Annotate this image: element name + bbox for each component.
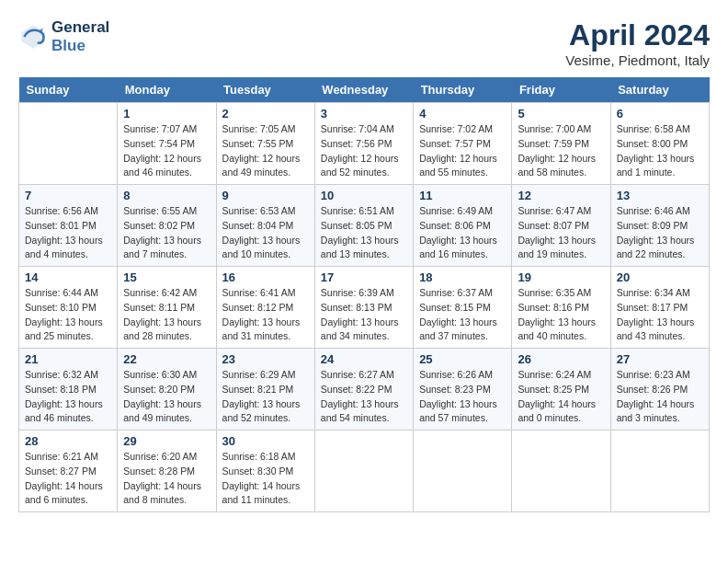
day-info: Sunrise: 6:32 AMSunset: 8:18 PMDaylight:… bbox=[25, 368, 111, 426]
day-cell bbox=[414, 431, 512, 512]
day-number: 2 bbox=[222, 107, 309, 121]
week-row-3: 14Sunrise: 6:44 AMSunset: 8:10 PMDayligh… bbox=[19, 267, 710, 349]
day-cell: 30Sunrise: 6:18 AMSunset: 8:30 PMDayligh… bbox=[216, 431, 314, 512]
day-cell: 5Sunrise: 7:00 AMSunset: 7:59 PMDaylight… bbox=[512, 103, 610, 185]
header-tuesday: Tuesday bbox=[216, 77, 314, 103]
day-cell: 6Sunrise: 6:58 AMSunset: 8:00 PMDaylight… bbox=[610, 103, 709, 185]
day-cell: 3Sunrise: 7:04 AMSunset: 7:56 PMDaylight… bbox=[314, 103, 413, 185]
day-cell: 8Sunrise: 6:55 AMSunset: 8:02 PMDaylight… bbox=[118, 185, 216, 267]
day-number: 23 bbox=[222, 352, 309, 366]
day-info: Sunrise: 6:47 AMSunset: 8:07 PMDaylight:… bbox=[518, 204, 604, 262]
day-info: Sunrise: 6:56 AMSunset: 8:01 PMDaylight:… bbox=[25, 204, 111, 262]
header-thursday: Thursday bbox=[414, 77, 512, 103]
day-info: Sunrise: 6:55 AMSunset: 8:02 PMDaylight:… bbox=[123, 204, 210, 262]
day-cell: 9Sunrise: 6:53 AMSunset: 8:04 PMDaylight… bbox=[216, 185, 314, 267]
day-cell: 18Sunrise: 6:37 AMSunset: 8:15 PMDayligh… bbox=[414, 267, 512, 349]
day-info: Sunrise: 6:37 AMSunset: 8:15 PMDaylight:… bbox=[419, 286, 506, 344]
day-cell: 24Sunrise: 6:27 AMSunset: 8:22 PMDayligh… bbox=[314, 349, 413, 431]
day-number: 16 bbox=[222, 270, 309, 284]
day-info: Sunrise: 6:18 AMSunset: 8:30 PMDaylight:… bbox=[222, 450, 309, 508]
day-info: Sunrise: 6:58 AMSunset: 8:00 PMDaylight:… bbox=[617, 122, 703, 180]
day-info: Sunrise: 6:21 AMSunset: 8:27 PMDaylight:… bbox=[25, 450, 111, 508]
day-number: 12 bbox=[518, 189, 604, 202]
day-number: 20 bbox=[617, 270, 703, 284]
day-number: 28 bbox=[25, 434, 111, 448]
header-wednesday: Wednesday bbox=[314, 77, 413, 103]
day-info: Sunrise: 6:30 AMSunset: 8:20 PMDaylight:… bbox=[123, 368, 210, 426]
day-number: 15 bbox=[123, 270, 210, 284]
day-info: Sunrise: 7:04 AMSunset: 7:56 PMDaylight:… bbox=[321, 122, 407, 180]
week-row-2: 7Sunrise: 6:56 AMSunset: 8:01 PMDaylight… bbox=[19, 185, 710, 267]
day-cell: 20Sunrise: 6:34 AMSunset: 8:17 PMDayligh… bbox=[610, 267, 709, 349]
day-cell: 29Sunrise: 6:20 AMSunset: 8:28 PMDayligh… bbox=[118, 431, 216, 512]
day-cell: 19Sunrise: 6:35 AMSunset: 8:16 PMDayligh… bbox=[512, 267, 610, 349]
week-row-4: 21Sunrise: 6:32 AMSunset: 8:18 PMDayligh… bbox=[19, 349, 710, 431]
day-number: 26 bbox=[518, 352, 604, 366]
day-info: Sunrise: 6:53 AMSunset: 8:04 PMDaylight:… bbox=[222, 204, 309, 262]
day-number: 10 bbox=[321, 189, 407, 202]
day-info: Sunrise: 7:00 AMSunset: 7:59 PMDaylight:… bbox=[518, 122, 604, 180]
logo-text: General Blue bbox=[51, 18, 109, 55]
day-info: Sunrise: 6:51 AMSunset: 8:05 PMDaylight:… bbox=[321, 204, 407, 262]
day-cell bbox=[19, 103, 118, 185]
day-cell: 12Sunrise: 6:47 AMSunset: 8:07 PMDayligh… bbox=[512, 185, 610, 267]
day-number: 13 bbox=[617, 189, 703, 202]
day-info: Sunrise: 6:46 AMSunset: 8:09 PMDaylight:… bbox=[617, 204, 703, 262]
logo-icon bbox=[18, 22, 48, 52]
week-row-5: 28Sunrise: 6:21 AMSunset: 8:27 PMDayligh… bbox=[19, 431, 710, 512]
day-number: 4 bbox=[419, 107, 506, 121]
day-cell: 7Sunrise: 6:56 AMSunset: 8:01 PMDaylight… bbox=[19, 185, 118, 267]
page-header: General Blue April 2024 Vesime, Piedmont… bbox=[18, 18, 710, 68]
day-cell: 22Sunrise: 6:30 AMSunset: 8:20 PMDayligh… bbox=[118, 349, 216, 431]
day-cell: 2Sunrise: 7:05 AMSunset: 7:55 PMDaylight… bbox=[216, 103, 314, 185]
day-cell: 16Sunrise: 6:41 AMSunset: 8:12 PMDayligh… bbox=[216, 267, 314, 349]
day-cell bbox=[314, 431, 413, 512]
day-cell bbox=[512, 431, 610, 512]
day-number: 25 bbox=[419, 352, 506, 366]
day-number: 14 bbox=[25, 270, 111, 284]
day-cell: 28Sunrise: 6:21 AMSunset: 8:27 PMDayligh… bbox=[19, 431, 118, 512]
day-number: 7 bbox=[25, 189, 111, 202]
day-number: 17 bbox=[321, 270, 407, 284]
day-info: Sunrise: 6:41 AMSunset: 8:12 PMDaylight:… bbox=[222, 286, 309, 344]
day-number: 29 bbox=[123, 434, 210, 448]
day-number: 19 bbox=[518, 270, 604, 284]
day-info: Sunrise: 6:49 AMSunset: 8:06 PMDaylight:… bbox=[419, 204, 506, 262]
day-number: 27 bbox=[617, 352, 703, 366]
month-title: April 2024 bbox=[565, 18, 710, 52]
calendar-header-row: SundayMondayTuesdayWednesdayThursdayFrid… bbox=[19, 77, 710, 103]
day-info: Sunrise: 6:34 AMSunset: 8:17 PMDaylight:… bbox=[617, 286, 703, 344]
day-info: Sunrise: 6:23 AMSunset: 8:26 PMDaylight:… bbox=[617, 368, 703, 426]
day-number: 24 bbox=[321, 352, 407, 366]
day-info: Sunrise: 7:05 AMSunset: 7:55 PMDaylight:… bbox=[222, 122, 309, 180]
header-friday: Friday bbox=[512, 77, 610, 103]
day-cell: 11Sunrise: 6:49 AMSunset: 8:06 PMDayligh… bbox=[414, 185, 512, 267]
day-cell: 10Sunrise: 6:51 AMSunset: 8:05 PMDayligh… bbox=[314, 185, 413, 267]
day-number: 21 bbox=[25, 352, 111, 366]
day-cell: 25Sunrise: 6:26 AMSunset: 8:23 PMDayligh… bbox=[414, 349, 512, 431]
day-number: 8 bbox=[123, 189, 210, 202]
day-number: 1 bbox=[123, 107, 210, 121]
day-cell bbox=[610, 431, 709, 512]
day-info: Sunrise: 7:07 AMSunset: 7:54 PMDaylight:… bbox=[123, 122, 210, 180]
day-number: 5 bbox=[518, 107, 604, 121]
day-info: Sunrise: 6:20 AMSunset: 8:28 PMDaylight:… bbox=[123, 450, 210, 508]
day-cell: 17Sunrise: 6:39 AMSunset: 8:13 PMDayligh… bbox=[314, 267, 413, 349]
location-title: Vesime, Piedmont, Italy bbox=[565, 52, 710, 68]
day-cell: 21Sunrise: 6:32 AMSunset: 8:18 PMDayligh… bbox=[19, 349, 118, 431]
header-monday: Monday bbox=[118, 77, 216, 103]
day-info: Sunrise: 6:44 AMSunset: 8:10 PMDaylight:… bbox=[25, 286, 111, 344]
day-cell: 1Sunrise: 7:07 AMSunset: 7:54 PMDaylight… bbox=[118, 103, 216, 185]
day-cell: 26Sunrise: 6:24 AMSunset: 8:25 PMDayligh… bbox=[512, 349, 610, 431]
day-cell: 14Sunrise: 6:44 AMSunset: 8:10 PMDayligh… bbox=[19, 267, 118, 349]
day-number: 6 bbox=[617, 107, 703, 121]
header-saturday: Saturday bbox=[610, 77, 709, 103]
day-cell: 15Sunrise: 6:42 AMSunset: 8:11 PMDayligh… bbox=[118, 267, 216, 349]
header-sunday: Sunday bbox=[19, 77, 118, 103]
day-cell: 4Sunrise: 7:02 AMSunset: 7:57 PMDaylight… bbox=[414, 103, 512, 185]
day-info: Sunrise: 6:27 AMSunset: 8:22 PMDaylight:… bbox=[321, 368, 407, 426]
calendar-table: SundayMondayTuesdayWednesdayThursdayFrid… bbox=[18, 77, 710, 512]
title-block: April 2024 Vesime, Piedmont, Italy bbox=[565, 18, 710, 68]
logo: General Blue bbox=[18, 18, 109, 55]
day-number: 3 bbox=[321, 107, 407, 121]
